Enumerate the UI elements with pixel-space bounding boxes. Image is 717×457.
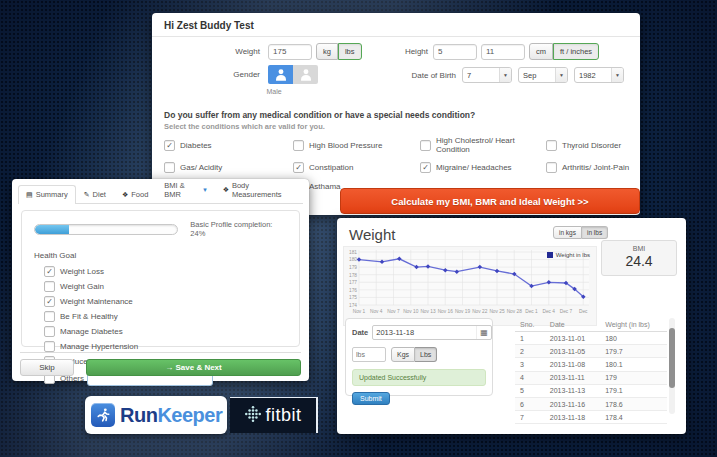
male-person-icon — [274, 68, 288, 82]
bmi-label: BMI — [602, 245, 676, 252]
in-kgs-button[interactable]: in kgs — [553, 226, 582, 239]
weight-chart: Nov 1Nov 4Nov 7Nov 10Nov 13Nov 16Nov 19N… — [343, 246, 597, 326]
legend-swatch — [547, 252, 553, 258]
tab-diet[interactable]: ✎Diet — [76, 185, 114, 204]
chevron-down-icon: ▼ — [555, 68, 567, 82]
skip-button[interactable]: Skip — [20, 359, 74, 376]
svg-text:177: 177 — [349, 280, 357, 285]
checkbox-icon[interactable] — [420, 140, 431, 151]
checkbox-icon[interactable] — [44, 281, 55, 292]
checkbox-icon[interactable] — [546, 140, 557, 151]
goal-manage-hypertension[interactable]: Manage Hypertension — [44, 341, 287, 352]
goal-manage-diabetes[interactable]: Manage Diabetes — [44, 326, 287, 337]
condition-thyroid-disorder[interactable]: Thyroid Disorder — [546, 136, 638, 154]
chevron-down-icon: ▼ — [611, 68, 623, 82]
svg-text:176: 176 — [349, 288, 357, 293]
cm-unit-button[interactable]: cm — [529, 43, 553, 60]
svg-text:Dec 4: Dec 4 — [542, 309, 555, 314]
fitbit-wordmark: fitbit — [265, 405, 301, 426]
svg-text:Nov 28: Nov 28 — [507, 309, 523, 314]
tab-summary[interactable]: ▤Summary — [18, 185, 76, 204]
dob-day-select[interactable]: 7 ▼ — [462, 67, 512, 83]
in-lbs-button[interactable]: in lbs — [582, 226, 608, 239]
save-next-button[interactable]: → Save & Next — [86, 359, 301, 376]
svg-text:180: 180 — [349, 257, 357, 262]
goal-be-fit-healthy[interactable]: Be Fit & Healthy — [44, 311, 287, 322]
svg-text:Nov 7: Nov 7 — [387, 309, 400, 314]
goal-weight-maintenance[interactable]: ✓Weight Maintenance — [44, 296, 287, 307]
weight-entry-form: Date ▦ Kgs Lbs Updated Successfully Subm… — [345, 318, 493, 396]
calendar-icon[interactable]: ▦ — [476, 326, 491, 339]
col-date: Date — [545, 318, 600, 332]
checkbox-icon[interactable]: ✓ — [44, 266, 55, 277]
checkbox-icon[interactable] — [44, 341, 55, 352]
checkbox-icon[interactable]: ✓ — [44, 296, 55, 307]
kg-unit-button[interactable]: kg — [316, 43, 338, 60]
condition-gas-acidity[interactable]: Gas/ Acidity — [164, 162, 293, 173]
female-gender-button[interactable] — [293, 65, 318, 84]
success-alert: Updated Successfully — [352, 369, 486, 386]
svg-text:Nov 10: Nov 10 — [403, 309, 419, 314]
caret-down-icon: ▾ — [203, 186, 207, 194]
condition-high-blood-pressure[interactable]: High Blood Pressure — [293, 136, 420, 154]
svg-text:Nov 25: Nov 25 — [489, 309, 505, 314]
checkbox-icon[interactable] — [164, 162, 175, 173]
weight-value-input[interactable] — [352, 347, 386, 362]
table-scrollbar[interactable] — [669, 318, 675, 414]
goal-weight-loss[interactable]: ✓Weight Loss — [44, 266, 287, 277]
diamond-icon: ❖ — [223, 186, 229, 194]
kgs-button[interactable]: Kgs — [391, 347, 415, 362]
gender-field-row: Gender — [152, 65, 318, 84]
runkeeper-logo: RunKeeper — [85, 396, 227, 434]
weight-history-table: Sno.DateWeight (in lbs) 12013-11-0118022… — [515, 318, 667, 424]
male-gender-button[interactable] — [268, 65, 293, 84]
svg-text:174: 174 — [349, 303, 357, 308]
condition-diabetes[interactable]: ✓Diabetes — [164, 136, 293, 154]
date-input-wrap: ▦ — [372, 325, 492, 340]
checkbox-icon[interactable] — [44, 311, 55, 322]
dob-field-row: Date of Birth 7 ▼ Sep ▼ 1982 ▼ — [384, 67, 630, 83]
dob-month-select[interactable]: Sep ▼ — [518, 67, 568, 83]
progress-fill — [35, 225, 69, 234]
svg-text:Nov 4: Nov 4 — [370, 309, 383, 314]
checkbox-icon[interactable] — [293, 140, 304, 151]
height-feet-input[interactable] — [433, 44, 477, 60]
ft-inches-unit-button[interactable]: ft / inches — [553, 43, 599, 60]
checkbox-icon[interactable]: ✓ — [164, 140, 175, 151]
date-input[interactable] — [373, 328, 476, 337]
table-header: Sno.DateWeight (in lbs) — [515, 318, 667, 332]
tab-food[interactable]: ❖Food — [114, 185, 156, 204]
condition-migraine-headaches[interactable]: ✓Migraine/ Headaches — [420, 162, 546, 173]
checkbox-icon[interactable]: ✓ — [420, 162, 431, 173]
checkbox-icon[interactable]: ✓ — [293, 162, 304, 173]
checkbox-icon[interactable] — [44, 326, 55, 337]
checkbox-icon[interactable] — [546, 162, 557, 173]
scrollbar-thumb[interactable] — [669, 328, 675, 388]
condition-constipation[interactable]: ✓Constipation — [293, 162, 420, 173]
gender-caption: Male — [260, 88, 288, 95]
summary-tabs: ▤Summary✎Diet❖FoodBMI & BMR▾❖Body Measur… — [18, 183, 303, 204]
dob-year-select[interactable]: 1982 ▼ — [574, 67, 624, 83]
calculate-bmi-button[interactable]: Calculate my BMI, BMR and Ideal Weight >… — [340, 188, 640, 214]
tab-bmi-bmr[interactable]: BMI & BMR▾ — [156, 176, 214, 204]
submit-button[interactable]: Submit — [352, 392, 390, 405]
lbs-unit-button[interactable]: lbs — [338, 43, 362, 60]
diamond-icon: ❖ — [122, 191, 128, 199]
tab-body-measurements[interactable]: ❖Body Measurements — [215, 176, 303, 204]
pencil-icon: ✎ — [84, 191, 90, 199]
svg-text:175: 175 — [349, 295, 357, 300]
condition-arthritis-joint-pain[interactable]: Arthritis/ Joint-Pain — [546, 162, 638, 173]
condition-high-cholestrol-heart-condition[interactable]: High Cholestrol/ Heart Condition — [420, 136, 546, 154]
summary-panel: ▤Summary✎Diet❖FoodBMI & BMR▾❖Body Measur… — [12, 179, 309, 381]
dob-label: Date of Birth — [384, 71, 462, 80]
col-weight-in-lbs: Weight (in lbs) — [600, 318, 667, 332]
weight-input[interactable] — [268, 44, 312, 60]
bmi-card: BMI 24.4 — [601, 240, 677, 276]
lbs-button[interactable]: Lbs — [415, 347, 437, 362]
svg-text:Dec 7: Dec 7 — [560, 309, 573, 314]
goal-weight-gain[interactable]: Weight Gain — [44, 281, 287, 292]
svg-text:181: 181 — [349, 250, 357, 255]
chart-unit-toggle: in kgs in lbs — [553, 226, 608, 239]
progress-label: Basic Profile completion: 24% — [190, 220, 287, 238]
height-inches-input[interactable] — [481, 44, 525, 60]
